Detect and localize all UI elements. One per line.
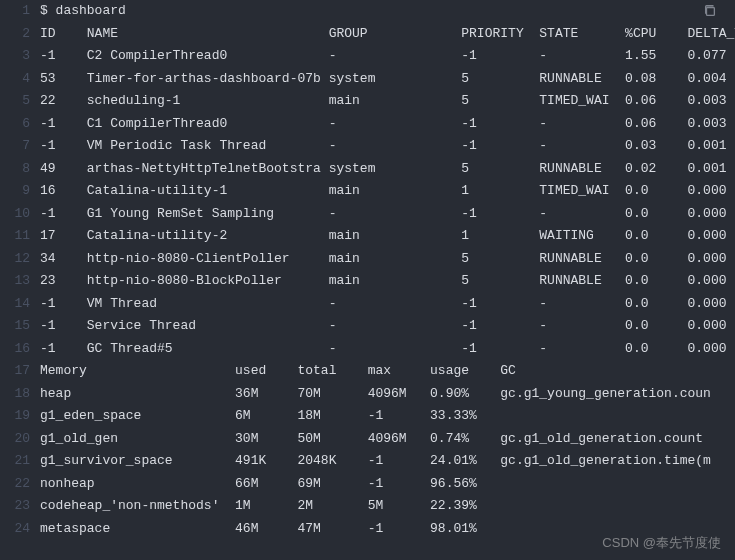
code-line: 17 Catalina-utility-2 main 1 WAITING 0.0… [40, 225, 735, 248]
line-number: 11 [0, 225, 30, 248]
copy-icon[interactable] [703, 4, 717, 18]
code-line: -1 C2 CompilerThread0 - -1 - 1.55 0.077 [40, 45, 735, 68]
line-number: 13 [0, 270, 30, 293]
line-number: 22 [0, 473, 30, 496]
code-content: $ dashboardID NAME GROUP PRIORITY STATE … [40, 0, 735, 560]
line-number: 8 [0, 158, 30, 181]
line-number: 10 [0, 203, 30, 226]
line-number: 6 [0, 113, 30, 136]
code-line: Memory used total max usage GC [40, 360, 735, 383]
code-line: -1 GC Thread#5 - -1 - 0.0 0.000 [40, 338, 735, 361]
code-line: 23 http-nio-8080-BlockPoller main 5 RUNN… [40, 270, 735, 293]
code-line: 16 Catalina-utility-1 main 1 TIMED_WAI 0… [40, 180, 735, 203]
code-line: -1 Service Thread - -1 - 0.0 0.000 [40, 315, 735, 338]
line-number: 3 [0, 45, 30, 68]
line-number: 21 [0, 450, 30, 473]
code-line: -1 C1 CompilerThread0 - -1 - 0.06 0.003 [40, 113, 735, 136]
line-number: 16 [0, 338, 30, 361]
line-number: 9 [0, 180, 30, 203]
code-line: g1_eden_space 6M 18M -1 33.33% [40, 405, 735, 428]
line-number: 5 [0, 90, 30, 113]
code-line: -1 VM Periodic Task Thread - -1 - 0.03 0… [40, 135, 735, 158]
line-number: 19 [0, 405, 30, 428]
code-line: heap 36M 70M 4096M 0.90% gc.g1_young_gen… [40, 383, 735, 406]
line-number: 15 [0, 315, 30, 338]
line-number-gutter: 123456789101112131415161718192021222324 [0, 0, 40, 560]
code-line: 22 scheduling-1 main 5 TIMED_WAI 0.06 0.… [40, 90, 735, 113]
code-line: 34 http-nio-8080-ClientPoller main 5 RUN… [40, 248, 735, 271]
code-line: nonheap 66M 69M -1 96.56% [40, 473, 735, 496]
svg-rect-0 [707, 8, 715, 16]
line-number: 18 [0, 383, 30, 406]
code-line: codeheap_'non-nmethods' 1M 2M 5M 22.39% [40, 495, 735, 518]
line-number: 24 [0, 518, 30, 541]
line-number: 7 [0, 135, 30, 158]
watermark: CSDN @奉先节度使 [602, 534, 721, 552]
code-line: -1 G1 Young RemSet Sampling - -1 - 0.0 0… [40, 203, 735, 226]
code-line: 53 Timer-for-arthas-dashboard-07b system… [40, 68, 735, 91]
code-editor: 123456789101112131415161718192021222324 … [0, 0, 735, 560]
line-number: 23 [0, 495, 30, 518]
line-number: 12 [0, 248, 30, 271]
line-number: 17 [0, 360, 30, 383]
code-line: -1 VM Thread - -1 - 0.0 0.000 [40, 293, 735, 316]
line-number: 20 [0, 428, 30, 451]
code-line: g1_old_gen 30M 50M 4096M 0.74% gc.g1_old… [40, 428, 735, 451]
code-line: g1_survivor_space 491K 2048K -1 24.01% g… [40, 450, 735, 473]
line-number: 14 [0, 293, 30, 316]
line-number: 1 [0, 0, 30, 23]
code-line: $ dashboard [40, 0, 735, 23]
code-line: 49 arthas-NettyHttpTelnetBootstra system… [40, 158, 735, 181]
line-number: 2 [0, 23, 30, 46]
line-number: 4 [0, 68, 30, 91]
code-line: ID NAME GROUP PRIORITY STATE %CPU DELTA_… [40, 23, 735, 46]
